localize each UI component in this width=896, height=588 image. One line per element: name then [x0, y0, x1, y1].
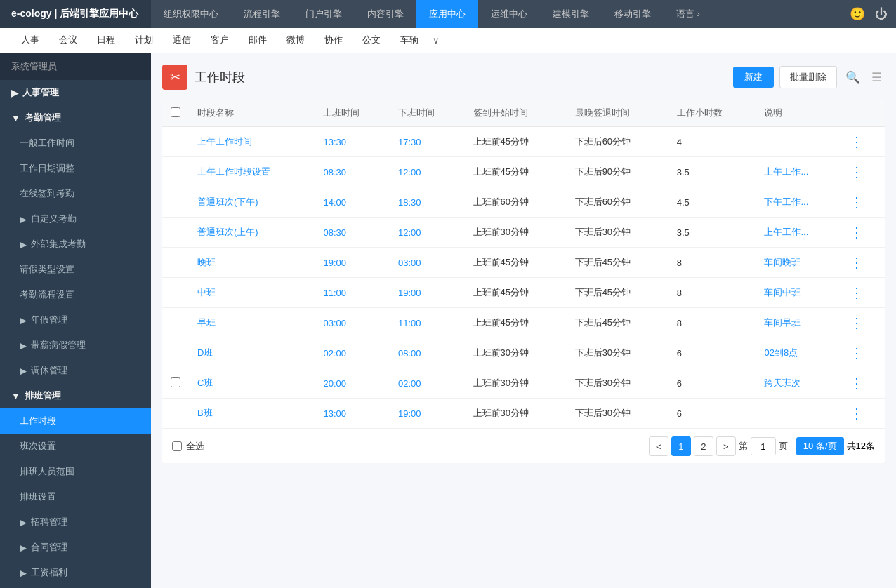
- next-page-button[interactable]: >: [716, 436, 736, 456]
- page-2-button[interactable]: 2: [694, 436, 713, 456]
- sidebar-item-attendance-flow[interactable]: 考勤流程设置: [0, 282, 151, 307]
- sidebar-item-leave-type[interactable]: 请假类型设置: [0, 257, 151, 282]
- page-icon: ✂: [162, 65, 187, 90]
- nav2-more-icon[interactable]: ∨: [428, 35, 444, 46]
- row-hours-8: 6: [668, 368, 756, 399]
- row-more-dots-7[interactable]: ⋮: [850, 345, 864, 361]
- emoji-icon[interactable]: 🙂: [850, 6, 865, 22]
- page-title: 工作时段: [195, 69, 245, 86]
- row-hours-5: 8: [668, 278, 756, 308]
- row-actions-5: ⋮: [841, 278, 885, 308]
- sidebar-item-training[interactable]: ▶ 培训管理: [0, 585, 151, 588]
- row-more-dots-8[interactable]: ⋮: [850, 375, 864, 391]
- content-area: ✂ 工作时段 新建 批量删除 🔍 ☰ 时段名称 上班时间 下班时间 签到开始时间: [151, 53, 896, 588]
- sidebar-arrow-shift: ▼: [11, 391, 20, 401]
- nav-item-ops[interactable]: 运维中心: [478, 0, 540, 28]
- row-check-input-8[interactable]: [171, 377, 180, 387]
- sidebar-arrow-attendance: ▼: [11, 113, 20, 123]
- nav2-item-weibo[interactable]: 微博: [277, 28, 315, 53]
- row-hours-6: 8: [668, 308, 756, 338]
- sidebar-item-external-attendance[interactable]: ▶ 外部集成考勤: [0, 232, 151, 257]
- row-hours-2: 4.5: [668, 187, 756, 218]
- row-actions-4: ⋮: [841, 248, 885, 278]
- goto-input[interactable]: [751, 437, 776, 455]
- nav2-item-mail[interactable]: 邮件: [239, 28, 277, 53]
- nav2-item-vehicle[interactable]: 车辆: [390, 28, 428, 53]
- row-note-4: 车间晚班: [756, 248, 841, 278]
- row-more-dots-4[interactable]: ⋮: [850, 255, 864, 270]
- nav2-item-schedule[interactable]: 日程: [87, 28, 125, 53]
- sidebar-arrow-custom: ▶: [20, 214, 27, 225]
- sidebar-item-contract[interactable]: ▶ 合同管理: [0, 535, 151, 560]
- sidebar-label-recruit: 招聘管理: [31, 516, 67, 528]
- row-name-1: 上午工作时段设置: [189, 157, 315, 187]
- row-signin-0: 上班前45分钟: [465, 127, 567, 157]
- nav2-item-doc[interactable]: 公文: [353, 28, 390, 53]
- prev-page-button[interactable]: <: [649, 436, 668, 456]
- table-row: 早班 03:00 11:00 上班前45分钟 下班后45分钟 8 车间早班 ⋮: [162, 308, 885, 338]
- nav-item-flow[interactable]: 流程引擎: [231, 0, 293, 28]
- sidebar-item-paid-sick[interactable]: ▶ 带薪病假管理: [0, 333, 151, 358]
- nav2-item-plan[interactable]: 计划: [125, 28, 163, 53]
- sidebar-item-recruit[interactable]: ▶ 招聘管理: [0, 509, 151, 535]
- sidebar-item-shift-config[interactable]: 排班设置: [0, 484, 151, 509]
- sidebar-item-shift-scope[interactable]: 排班人员范围: [0, 459, 151, 484]
- nav2-item-collab[interactable]: 协作: [315, 28, 353, 53]
- row-more-dots-1[interactable]: ⋮: [850, 164, 864, 180]
- nav-item-org[interactable]: 组织权限中心: [151, 0, 231, 28]
- nav2-item-comm[interactable]: 通信: [163, 28, 201, 53]
- sidebar-label-annual-leave: 年假管理: [31, 314, 67, 326]
- nav-item-model[interactable]: 建模引擎: [540, 0, 602, 28]
- nav2-item-customer[interactable]: 客户: [201, 28, 239, 53]
- nav-item-mobile[interactable]: 移动引擎: [602, 0, 664, 28]
- row-actions-2: ⋮: [841, 187, 885, 218]
- nav-item-app[interactable]: 应用中心: [416, 0, 478, 28]
- sidebar-item-shift-mgmt[interactable]: ▼ 排班管理: [0, 383, 151, 408]
- row-more-dots-2[interactable]: ⋮: [850, 194, 864, 210]
- row-note-1: 上午工作...: [756, 157, 841, 187]
- sidebar-label-external-attendance: 外部集成考勤: [31, 238, 86, 250]
- sidebar-item-compensatory[interactable]: ▶ 调休管理: [0, 358, 151, 383]
- sidebar-item-attendance-mgmt[interactable]: ▼ 考勤管理: [0, 105, 151, 131]
- row-actions-9: ⋮: [841, 399, 885, 429]
- sidebar-label-paid-sick: 带薪病假管理: [31, 339, 86, 352]
- row-start-8: 20:00: [315, 368, 390, 399]
- row-actions-6: ⋮: [841, 308, 885, 338]
- sidebar-item-annual-leave[interactable]: ▶ 年假管理: [0, 307, 151, 333]
- nav2-item-meeting[interactable]: 会议: [49, 28, 87, 53]
- sidebar-item-work-period[interactable]: 工作时段: [0, 408, 151, 434]
- row-signout-5: 下班后45分钟: [567, 278, 668, 308]
- row-checkbox-9: [162, 399, 189, 429]
- sidebar-item-general-workhour[interactable]: 一般工作时间: [0, 131, 151, 156]
- row-more-dots-9[interactable]: ⋮: [850, 406, 864, 421]
- power-icon[interactable]: ⏻: [875, 7, 888, 22]
- new-button[interactable]: 新建: [733, 67, 774, 88]
- select-all-footer-checkbox[interactable]: [172, 441, 182, 451]
- col-signin-start: 签到开始时间: [465, 100, 567, 127]
- row-more-dots-5[interactable]: ⋮: [850, 285, 864, 300]
- row-more-dots-6[interactable]: ⋮: [850, 315, 864, 330]
- row-note-7: 02到8点: [756, 338, 841, 368]
- page-1-button[interactable]: 1: [671, 436, 691, 456]
- nav-item-content[interactable]: 内容引擎: [355, 0, 416, 28]
- search-icon[interactable]: 🔍: [843, 67, 863, 88]
- sidebar-item-custom-attendance[interactable]: ▶ 自定义考勤: [0, 206, 151, 232]
- list-view-icon[interactable]: ☰: [869, 67, 885, 88]
- sidebar-item-online-signin[interactable]: 在线签到考勤: [0, 181, 151, 206]
- sidebar-item-shift-setup[interactable]: 班次设置: [0, 434, 151, 459]
- select-all-header-checkbox[interactable]: [171, 107, 180, 117]
- nav-item-lang[interactable]: 语言 ›: [664, 0, 713, 28]
- nav-item-portal[interactable]: 门户引擎: [293, 0, 355, 28]
- row-more-dots-3[interactable]: ⋮: [850, 225, 864, 240]
- top-nav-right: 🙂 ⏻: [841, 6, 896, 22]
- sidebar-item-salary[interactable]: ▶ 工资福利: [0, 560, 151, 585]
- batch-delete-button[interactable]: 批量删除: [779, 66, 837, 88]
- row-more-dots-0[interactable]: ⋮: [850, 134, 864, 149]
- sidebar-arrow-contract: ▶: [20, 542, 27, 553]
- sidebar-item-workday-adjust[interactable]: 工作日期调整: [0, 156, 151, 181]
- row-start-1: 08:30: [315, 157, 390, 187]
- top-nav: e-cology | 后端引擎应用中心 组织权限中心 流程引擎 门户引擎 内容引…: [0, 0, 896, 28]
- nav2-item-hr[interactable]: 人事: [11, 28, 49, 53]
- sidebar-item-hr-mgmt[interactable]: ▶ 人事管理: [0, 80, 151, 105]
- per-page-badge[interactable]: 10 条/页: [796, 437, 844, 455]
